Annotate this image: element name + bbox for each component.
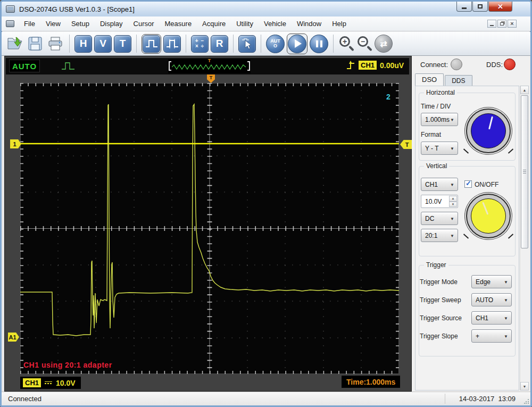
channel1-scale-badge[interactable]: CH1 10.0V	[20, 377, 81, 389]
dds-label: DDS:	[486, 61, 503, 69]
volts-div-spinner[interactable]: 10.0V ▲▼	[421, 195, 458, 208]
menu-view[interactable]: View	[40, 18, 66, 30]
menu-display[interactable]: Display	[95, 18, 128, 30]
menu-utility[interactable]: Utility	[231, 18, 259, 30]
open-folder-icon	[7, 36, 23, 51]
mdi-restore-button[interactable]	[497, 20, 506, 28]
play-icon	[295, 39, 302, 48]
document-icon[interactable]	[6, 20, 14, 27]
autoset-label: AUTO	[270, 39, 281, 48]
trigger-position-marker[interactable]: T	[207, 74, 215, 83]
probe-ratio-select[interactable]: 20:1	[421, 229, 458, 242]
vertical-group-label: Vertical	[424, 162, 449, 170]
zoom-in-button[interactable]: +	[338, 35, 354, 52]
horizontal-knob[interactable]	[466, 109, 511, 153]
print-button[interactable]	[46, 34, 64, 53]
zoom-out-button[interactable]: −	[356, 35, 372, 52]
dc-coupling-icon	[45, 381, 52, 384]
scope-info-strip: AUTO T CH1	[6, 58, 409, 74]
horizontal-panel-button[interactable]: H	[74, 35, 92, 53]
minimize-button[interactable]	[456, 2, 472, 12]
menu-file[interactable]: File	[19, 18, 40, 30]
acquisition-mode-badge: AUTO	[9, 60, 40, 72]
vertical-knob-face	[471, 198, 506, 234]
channel-onoff-label: ON/OFF	[475, 181, 498, 188]
trigger-panel-button[interactable]: T	[114, 35, 131, 53]
menu-vehicle[interactable]: Vehicle	[259, 18, 292, 30]
pulse-display-button[interactable]	[143, 35, 160, 53]
zoom-in-icon: +	[339, 36, 350, 47]
vertical-panel-button[interactable]: V	[94, 35, 112, 53]
minimize-icon	[462, 7, 467, 9]
vertical-knob[interactable]	[466, 194, 511, 238]
mdi-close-button[interactable]: ×	[508, 20, 517, 28]
channel-onoff-checkbox[interactable]	[464, 180, 472, 188]
trigger-slope-select[interactable]: +	[471, 329, 512, 343]
cursor-measure-button[interactable]	[238, 35, 256, 53]
scope-region: AUTO T CH1	[4, 56, 412, 392]
maximize-button[interactable]	[472, 2, 488, 12]
reference-button[interactable]: R	[211, 35, 228, 53]
trigger-source-select[interactable]: CH1	[471, 311, 512, 325]
spinner-up-icon[interactable]: ▲	[449, 196, 457, 202]
sync-button[interactable]: ⇄	[375, 35, 393, 53]
sync-arrows-icon: ⇄	[380, 39, 387, 49]
graticule-and-waveform	[20, 83, 399, 374]
menu-acquire[interactable]: Acquire	[197, 18, 231, 30]
trigger-sweep-select[interactable]: AUTO	[471, 293, 512, 306]
waveform-mode-selected-frame	[142, 34, 161, 54]
toolbar: H V T + − × ÷ R	[2, 32, 530, 56]
app-window: DSO-2074G USB Ver1.0.3 - [Scope1] ✕ File…	[0, 0, 532, 407]
panel-tabs: DSO DDS	[415, 73, 473, 86]
pulse-mode-icon	[62, 61, 76, 71]
channel-select[interactable]: CH1	[421, 178, 458, 191]
trigger-level-marker[interactable]: T	[400, 140, 412, 149]
scroll-down-icon[interactable]: ▼	[520, 382, 529, 391]
preview-waveform	[172, 62, 247, 72]
trigger-mode-select[interactable]: Edge	[471, 275, 512, 288]
channel1-volts-per-div: 10.0V	[56, 379, 76, 387]
menu-measure[interactable]: Measure	[160, 18, 197, 30]
time-div-select[interactable]: 1.000ms	[421, 113, 458, 126]
resize-grip[interactable]	[523, 398, 530, 405]
pause-button[interactable]	[310, 35, 328, 53]
trigger-group-label: Trigger	[424, 261, 448, 269]
autoset-button[interactable]: AUTO	[266, 35, 285, 53]
maximize-icon	[478, 4, 483, 9]
connection-status-text: Connected	[8, 395, 41, 403]
run-selected-frame	[287, 34, 307, 54]
open-file-button[interactable]	[6, 34, 24, 53]
format-label: Format	[421, 131, 441, 138]
trigger-mode-label: Trigger Mode	[420, 278, 458, 286]
mdi-restore-icon	[500, 22, 504, 26]
channel2-indicator: 2	[386, 93, 390, 101]
close-button[interactable]: ✕	[488, 2, 512, 12]
menu-cursor[interactable]: Cursor	[128, 18, 160, 30]
channel1-position-marker[interactable]: 1	[10, 139, 21, 148]
menu-window[interactable]: Window	[292, 18, 327, 30]
pulse-measure-button[interactable]	[163, 35, 181, 53]
menu-bar: File View Setup Display Cursor Measure A…	[2, 16, 530, 31]
run-button[interactable]	[288, 35, 306, 53]
a1-position-marker[interactable]: A1	[8, 333, 19, 342]
horizontal-knob-indicator	[488, 116, 493, 129]
trigger-slope-icon	[346, 60, 355, 70]
scrollbar-thumb[interactable]	[521, 95, 528, 248]
format-select[interactable]: Y - T	[421, 142, 458, 155]
spinner-down-icon[interactable]: ▼	[449, 202, 457, 207]
waveform-preview[interactable]: T	[168, 59, 251, 73]
save-button[interactable]	[26, 34, 44, 53]
datetime-text: 14-03-2017 13:09	[459, 395, 516, 403]
panel-scrollbar[interactable]: ▲ ▼	[520, 86, 529, 391]
mdi-minimize-button[interactable]	[487, 20, 496, 28]
toolbar-separator	[233, 35, 234, 53]
coupling-select[interactable]: DC	[421, 212, 458, 225]
menu-help[interactable]: Help	[327, 18, 352, 30]
main-area: AUTO T CH1	[2, 56, 530, 392]
tab-dso[interactable]: DSO	[415, 73, 444, 86]
math-button[interactable]: + − × ÷	[191, 35, 209, 53]
pulse-icon	[145, 38, 158, 49]
preview-left-bracket	[169, 61, 171, 71]
scroll-up-icon[interactable]: ▲	[520, 86, 529, 94]
menu-setup[interactable]: Setup	[66, 18, 95, 30]
